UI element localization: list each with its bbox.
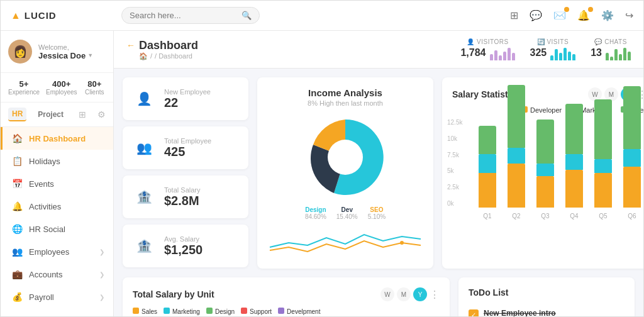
new-employee-icon: 👤	[133, 87, 155, 110]
sidebar-item-employees[interactable]: 👥 Employees ❯	[1, 240, 113, 263]
home-breadcrumb-icon: 🏠	[139, 52, 148, 60]
mail-icon[interactable]: ✉️	[553, 9, 566, 21]
calendar-icon: 📅	[11, 179, 23, 189]
sidebar-tabs: HR Project ⊞ ⚙	[1, 103, 113, 127]
sidebar-item-hr-social[interactable]: 🌐 HR Social	[1, 218, 113, 240]
sidebar-item-accounts[interactable]: 💼 Accounts ❯	[1, 263, 113, 286]
todo-list-card: ToDo List ✓ New Employee intro SCHEDULED…	[458, 277, 635, 316]
todo-title: ToDo List	[469, 287, 509, 298]
money-icon: 💰	[11, 292, 23, 302]
total-salary-val: $2.8M	[164, 194, 200, 208]
bar-chart: Q1 Q2	[472, 119, 643, 220]
nav-label-accounts: Accounts	[29, 270, 62, 279]
back-arrow-icon[interactable]: ←	[126, 40, 135, 50]
salary-unit-btn-y[interactable]: Y	[413, 287, 427, 301]
sidebar-item-activities[interactable]: 🔔 Activities	[1, 195, 113, 218]
visitors-chart	[490, 45, 515, 60]
visitors-label: 👤 VISITORS	[467, 38, 508, 45]
salary-legend: Developer Marketing Sales	[452, 106, 643, 114]
logout-icon[interactable]: ↪	[625, 9, 633, 21]
stat-employees-val: 400+	[46, 79, 77, 89]
bell-icon[interactable]: 🔔	[577, 9, 590, 21]
legend-seo-val: 5.10%	[368, 213, 386, 220]
salary-unit-btn-m[interactable]: M	[397, 287, 411, 301]
chat-icon[interactable]: 💬	[530, 9, 542, 21]
chevron-right-icon-3: ❯	[99, 294, 104, 301]
grid-icon[interactable]: ⊞	[510, 9, 518, 21]
avg-salary-val: $1,250	[164, 243, 203, 257]
sidebar-item-hr-dashboard[interactable]: 🏠 HR Dashboard	[1, 127, 113, 150]
chats-label: 💬 CHATS	[594, 38, 626, 45]
gear-icon[interactable]: ⚙	[97, 109, 106, 120]
cards-grid: 👤 New Employee 22 👥 Total Employee 425	[114, 69, 643, 277]
stat-experience-val: 5+	[8, 79, 40, 89]
profile-area: 👩 Welcome, Jessica Doe ▼	[1, 31, 113, 73]
content-header: ← Dashboard 🏠 / / Dashboard 👤 VISITORS	[114, 31, 643, 69]
sidebar-item-payroll[interactable]: 💰 Payroll ❯	[1, 286, 113, 308]
legend-dev: Dev 15.40%	[336, 206, 358, 220]
sidebar: 👩 Welcome, Jessica Doe ▼ 5+ Experience 4…	[1, 31, 114, 316]
profile-text: Welcome, Jessica Doe ▼	[38, 43, 93, 60]
breadcrumb-area: ← Dashboard 🏠 / / Dashboard	[126, 39, 198, 60]
welcome-label: Welcome,	[38, 43, 93, 51]
nav-label-payroll: Payroll	[29, 292, 54, 302]
tab-hr[interactable]: HR	[8, 108, 26, 121]
visits-val: 325	[530, 45, 576, 60]
chevron-right-icon: ❯	[99, 248, 104, 255]
stat-experience: 5+ Experience	[8, 79, 40, 96]
logo-text: LUCID	[25, 10, 57, 21]
grid-view-icon[interactable]: ⊞	[79, 109, 86, 120]
total-employee-val: 425	[164, 145, 211, 159]
sidebar-item-events[interactable]: 📅 Events	[1, 172, 113, 195]
legend-support-unit: Support	[241, 308, 272, 315]
total-salary-unit-title: Total Salary by Unit	[133, 289, 214, 299]
salary-unit-btn-w[interactable]: W	[380, 287, 394, 301]
legend-developer: Developer	[521, 106, 562, 114]
header-stat-visits: 🔄 VISITS 325	[530, 38, 576, 60]
sidebar-item-holidays[interactable]: 📋 Holidays	[1, 150, 113, 172]
bar-stack-q4	[565, 104, 583, 208]
bar-stack-q6	[623, 86, 641, 208]
dropdown-icon[interactable]: ▼	[87, 52, 93, 58]
breadcrumb: 🏠 / / Dashboard	[126, 52, 198, 60]
salary-unit-more-icon[interactable]: ⋮	[430, 289, 440, 301]
briefcase-icon: 💼	[11, 269, 23, 279]
stat-clients-val: 80+	[84, 79, 106, 89]
salary-header: Salary Statistics W M Y ⋮	[452, 87, 643, 101]
avg-salary-label: Avg. Salary	[164, 235, 203, 243]
legend-sales-unit: Sales	[133, 308, 157, 315]
avatar: 👩	[8, 40, 32, 64]
todo-checkbox-1[interactable]: ✓	[469, 309, 479, 316]
todo-header: ToDo List	[469, 287, 625, 298]
sidebar-stats: 5+ Experience 400+ Employees 80+ Clients	[1, 73, 113, 103]
header-stats: 👤 VISITORS 1,784	[460, 38, 631, 60]
chats-icon: 💬	[594, 38, 602, 45]
svg-point-0	[328, 140, 363, 175]
search-icon: 🔍	[242, 11, 252, 20]
settings-icon[interactable]: ⚙️	[601, 9, 614, 21]
pie-legend: Design 84.60% Dev 15.40% SEO	[267, 206, 423, 220]
search-input[interactable]	[130, 11, 238, 20]
stat-card-total-salary: 🏦 Total Salary $2.8M	[123, 175, 248, 218]
search-box[interactable]: 🔍	[121, 7, 260, 24]
tab-project[interactable]: Project	[34, 108, 67, 121]
visits-chart	[550, 45, 575, 60]
total-salary-icon: 🏦	[133, 186, 155, 208]
stat-card-new-employee: 👤 New Employee 22	[123, 77, 248, 120]
legend-development-unit: Develpment	[278, 308, 320, 315]
salary-unit-period-btns: W M Y ⋮	[380, 287, 440, 301]
visitors-icon: 👤	[467, 38, 475, 45]
nav-label-employees: Employees	[29, 247, 69, 257]
visitors-val: 1,784	[460, 45, 514, 60]
bar-stack-q1	[479, 126, 496, 208]
legend-design-val: 84.60%	[305, 213, 326, 220]
bar-q6: Q6	[623, 86, 641, 220]
stat-cards-column: 👤 New Employee 22 👥 Total Employee 425	[123, 77, 248, 269]
stat-employees-lbl: Employees	[46, 89, 77, 96]
income-title: Income Analysis	[267, 87, 423, 98]
bar-chart-wrapper: 12.5k10k7.5k5k2.5k0k Q1	[452, 119, 643, 220]
page-title: ← Dashboard	[126, 39, 198, 52]
nav-label-hr-social: HR Social	[29, 225, 65, 234]
total-employee-label: Total Employee	[164, 137, 211, 145]
chats-val: 13	[591, 45, 631, 60]
